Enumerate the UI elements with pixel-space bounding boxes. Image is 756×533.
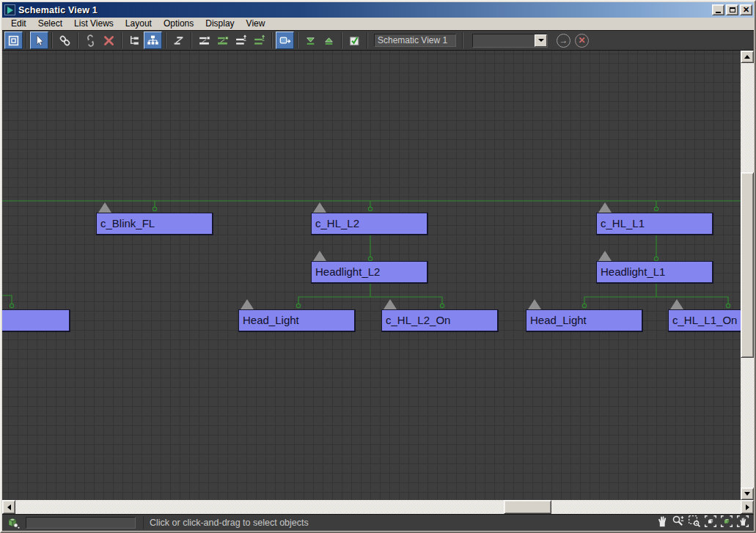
node-c_hl_l1_on[interactable]: c_HL_L1_On	[668, 309, 741, 332]
node-label: Headlight_L2	[315, 265, 380, 278]
workspace: c_Blink_FLc_HL_L2c_HL_L1Headlight_L2Head…	[2, 51, 754, 500]
pan-to-selected-button[interactable]	[735, 515, 751, 530]
vertical-scroll-thumb[interactable]	[741, 172, 754, 358]
vertical-scrollbar[interactable]	[741, 51, 754, 500]
menu-select[interactable]: Select	[32, 18, 68, 30]
arrange-selected-icon	[216, 34, 229, 47]
arrange-children-button[interactable]	[195, 32, 213, 49]
reference-mode-button[interactable]	[144, 32, 162, 49]
collapse-selected-icon	[323, 34, 335, 47]
left-arrow-icon	[7, 504, 11, 510]
move-children-button[interactable]	[276, 32, 294, 49]
bookmark-combobox[interactable]	[472, 34, 548, 48]
expand-selected-button[interactable]	[301, 32, 320, 49]
always-arrange-button[interactable]	[169, 32, 188, 49]
combobox-dropdown-button[interactable]	[535, 34, 547, 47]
connect-button[interactable]	[56, 32, 74, 49]
toolbar-separator	[165, 32, 166, 48]
collapse-marker-triangle	[313, 251, 326, 261]
move-children-icon	[279, 34, 291, 47]
node-c_hl_l2_on[interactable]: c_HL_L2_On	[381, 309, 499, 332]
scroll-up-button[interactable]	[741, 51, 754, 63]
pan-button[interactable]	[654, 515, 670, 530]
display-floater-button[interactable]	[4, 32, 23, 49]
scroll-left-button[interactable]	[2, 500, 15, 514]
collapse-marker-triangle	[383, 299, 397, 309]
hierarchy-mode-icon	[128, 34, 141, 47]
scroll-right-button[interactable]	[741, 500, 754, 514]
schematic-canvas[interactable]: c_Blink_FLc_HL_L2c_HL_L1Headlight_L2Head…	[2, 51, 741, 500]
zoom-extents-selected-icon	[720, 515, 733, 531]
maximize-button[interactable]	[726, 4, 738, 15]
zoom-icon	[672, 515, 685, 531]
collapse-selected-button[interactable]	[320, 32, 338, 49]
chevron-down-icon	[538, 39, 544, 42]
menu-edit[interactable]: Edit	[5, 18, 32, 30]
collapse-marker-triangle	[670, 299, 683, 309]
zoom-button[interactable]	[670, 515, 686, 530]
node-label: c_HL_L1_On	[672, 314, 737, 326]
menu-options[interactable]: Options	[158, 18, 199, 30]
delete-objects-icon	[103, 34, 115, 47]
menu-list-views[interactable]: List Views	[68, 18, 120, 30]
node-label: c_HL_L2	[315, 217, 359, 229]
menu-display[interactable]: Display	[199, 18, 240, 30]
toolbar-separator	[297, 32, 298, 48]
arrange-children-icon	[198, 34, 210, 47]
menu-view[interactable]: View	[241, 18, 271, 30]
delete-cross-icon: ✕	[578, 35, 585, 45]
arrange-selected-button[interactable]	[213, 32, 232, 49]
free-selected-button[interactable]	[232, 32, 250, 49]
scroll-down-button[interactable]	[741, 488, 754, 500]
node-label: Head_Light	[243, 314, 299, 326]
view-name-input[interactable]	[374, 34, 456, 47]
horizontal-scrollbar[interactable]	[2, 500, 754, 514]
collapse-marker-triangle	[313, 202, 326, 213]
toolbar-separator	[77, 32, 78, 48]
delete-bookmark-button[interactable]: ✕	[575, 34, 589, 48]
reference-mode-icon	[147, 34, 159, 47]
navigation-tools	[654, 515, 751, 530]
node-on[interactable]: On	[2, 309, 70, 332]
node-headlight_l1[interactable]: Headlight_L1	[596, 261, 713, 284]
hierarchy-mode-button[interactable]	[125, 32, 144, 49]
node-label: Head_Light	[530, 314, 587, 326]
always-arrange-icon	[172, 34, 185, 47]
status-bar: Click or click-and-drag to select object…	[2, 514, 754, 531]
delete-objects-button[interactable]	[100, 32, 118, 49]
zoom-extents-selected-button[interactable]	[719, 515, 735, 530]
schematic-view-window: Schematic View 1 ✕ EditSelectList ViewsL…	[0, 0, 756, 533]
node-c_hl_l1[interactable]: c_HL_L1	[596, 213, 713, 235]
select-icon	[33, 34, 45, 47]
node-head_light[interactable]: Head_Light	[526, 309, 643, 332]
status-input[interactable]	[26, 517, 136, 529]
select-button[interactable]	[30, 32, 48, 49]
unlink-selected-button[interactable]	[81, 32, 100, 49]
free-all-button[interactable]	[250, 32, 268, 49]
zoom-extents-button[interactable]	[702, 515, 719, 530]
menu-layout[interactable]: Layout	[120, 18, 158, 30]
toolbar-separator	[191, 32, 192, 48]
title-bar: Schematic View 1 ✕	[2, 2, 754, 18]
collapse-marker-triangle	[98, 202, 111, 213]
horizontal-scroll-thumb[interactable]	[504, 500, 551, 514]
right-arrow-icon	[746, 504, 749, 510]
menu-bar: EditSelectList ViewsLayoutOptionsDisplay…	[2, 18, 754, 30]
node-head_light[interactable]: Head_Light	[238, 309, 356, 332]
region-zoom-button[interactable]	[686, 515, 702, 530]
next-bookmark-button[interactable]: →	[557, 34, 570, 48]
bookmark-combobox-value	[473, 34, 535, 47]
display-floater-icon	[7, 34, 20, 47]
node-c_hl_l2[interactable]: c_HL_L2	[311, 213, 428, 235]
node-c_blink_fl[interactable]: c_Blink_FL	[96, 213, 213, 235]
select-objects-icon	[7, 516, 21, 529]
node-label: Headlight_L1	[601, 265, 665, 278]
expand-selected-icon	[304, 34, 317, 47]
preferences-icon	[348, 34, 361, 47]
up-arrow-icon	[744, 55, 750, 59]
node-headlight_l2[interactable]: Headlight_L2	[311, 261, 428, 284]
pan-icon	[656, 515, 669, 531]
preferences-button[interactable]	[345, 32, 364, 49]
minimize-button[interactable]	[712, 4, 724, 15]
close-button[interactable]: ✕	[740, 4, 752, 15]
